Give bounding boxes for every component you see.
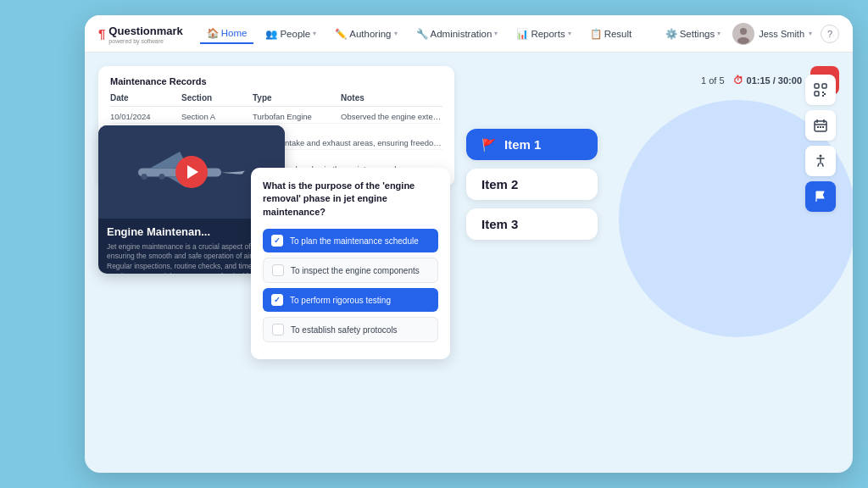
row1-date: 10/01/2024 xyxy=(110,112,178,121)
logo-mark: ¶ xyxy=(98,26,105,41)
people-chevron: ▾ xyxy=(313,30,316,37)
quiz-option-1[interactable]: To plan the maintenance schedule xyxy=(263,229,438,252)
svg-point-5 xyxy=(159,173,165,179)
help-button[interactable]: ? xyxy=(821,25,839,43)
item-1-label: Item 1 xyxy=(504,137,541,152)
option-1-text: To plan the maintenance schedule xyxy=(290,236,419,246)
col-notes: Notes xyxy=(341,93,442,103)
item-2-label: Item 2 xyxy=(481,177,518,191)
user-menu[interactable]: Jess Smith ▾ xyxy=(732,23,812,45)
nav-people[interactable]: 👥 People ▾ xyxy=(259,25,323,43)
user-chevron: ▾ xyxy=(809,30,812,37)
authoring-icon: ✏️ xyxy=(335,28,347,40)
nav-authoring-label: Authoring xyxy=(349,29,391,39)
play-icon xyxy=(187,165,198,179)
avatar xyxy=(732,23,754,45)
col-date: Date xyxy=(110,93,178,103)
col-section: Section xyxy=(181,93,249,103)
accessibility-button[interactable] xyxy=(805,146,836,176)
item-1[interactable]: 🚩 Item 1 xyxy=(466,129,598,160)
timer-icon: ⏱ xyxy=(733,75,743,86)
nav-home-label: Home xyxy=(221,28,248,38)
nav-authoring[interactable]: ✏️ Authoring ▾ xyxy=(328,25,403,43)
item-2[interactable]: Item 2 xyxy=(466,169,598,200)
nav-settings-label: Settings xyxy=(680,29,715,39)
checkbox-2 xyxy=(272,264,284,276)
quiz-card: What is the purpose of the 'engine remov… xyxy=(251,168,450,359)
home-icon: 🏠 xyxy=(207,27,219,39)
svg-point-17 xyxy=(820,155,822,158)
quiz-option-4[interactable]: To establish safety protocols xyxy=(263,317,438,342)
nav-result-label: Result xyxy=(604,29,632,39)
calendar-button[interactable] xyxy=(805,110,836,141)
right-toolbar xyxy=(802,66,839,459)
settings-chevron: ▾ xyxy=(717,30,721,37)
col-type: Type xyxy=(253,93,337,103)
nav-settings[interactable]: ⚙️ Settings ▾ xyxy=(659,25,728,43)
svg-rect-15 xyxy=(820,126,821,128)
quiz-option-2[interactable]: To inspect the engine components xyxy=(263,258,438,283)
left-panel: Maintenance Records Date Section Type No… xyxy=(98,66,454,459)
nav-reports-label: Reports xyxy=(531,29,565,39)
row1-type: Turbofan Engine xyxy=(253,112,337,121)
svg-rect-7 xyxy=(815,84,819,88)
svg-rect-9 xyxy=(815,92,819,96)
item-1-flag-icon: 🚩 xyxy=(481,138,496,152)
user-name: Jess Smith xyxy=(759,29,804,39)
logo-sub: powered by software xyxy=(108,38,182,44)
reports-icon: 📊 xyxy=(516,28,528,40)
result-icon: 📋 xyxy=(590,28,602,40)
people-icon: 👥 xyxy=(265,28,277,40)
content-area: Maintenance Records Date Section Type No… xyxy=(85,53,853,473)
checkbox-4 xyxy=(272,324,284,336)
authoring-chevron: ▾ xyxy=(394,30,398,37)
reports-chevron: ▾ xyxy=(568,30,571,37)
admin-chevron: ▾ xyxy=(494,30,498,37)
nav-people-label: People xyxy=(280,29,310,39)
svg-point-4 xyxy=(142,173,147,179)
quiz-option-3[interactable]: To perform rigorous testing xyxy=(263,288,438,312)
nav-administration[interactable]: 🔧 Administration ▾ xyxy=(409,25,505,43)
right-panel: 1 of 5 ⏱ 01:15 / 30:00 🚩 Item 1 xyxy=(466,66,839,459)
item-3-label: Item 3 xyxy=(481,217,518,231)
svg-rect-8 xyxy=(822,84,826,88)
navbar: ¶ Questionmark powered by software 🏠 Hom… xyxy=(85,15,853,53)
timer-display: ⏱ 01:15 / 30:00 xyxy=(733,75,802,86)
checkbox-3 xyxy=(271,294,283,306)
nav-administration-label: Administration xyxy=(431,29,492,39)
logo-text: Questionmark xyxy=(108,25,182,37)
svg-rect-14 xyxy=(817,126,819,128)
table-header: Date Section Type Notes xyxy=(110,93,442,107)
table-row: 10/01/2024 Section A Turbofan Engine Obs… xyxy=(110,110,442,124)
admin-icon: 🔧 xyxy=(416,28,428,40)
row1-notes: Observed the engine exterior for evidenc… xyxy=(341,112,442,121)
svg-point-1 xyxy=(740,28,747,35)
svg-point-2 xyxy=(737,37,749,44)
settings-icon: ⚙️ xyxy=(665,28,677,40)
play-button[interactable] xyxy=(175,156,208,188)
logo: ¶ Questionmark powered by software xyxy=(98,23,183,44)
option-3-text: To perform rigorous testing xyxy=(290,296,391,305)
flag-button[interactable] xyxy=(805,181,836,212)
checkbox-1 xyxy=(271,235,283,247)
svg-rect-16 xyxy=(822,126,824,128)
maintenance-title: Maintenance Records xyxy=(110,76,442,86)
nav-reports[interactable]: 📊 Reports ▾ xyxy=(509,25,577,43)
option-2-text: To inspect the engine components xyxy=(291,266,420,275)
items-container: 🚩 Item 1 Item 2 Item 3 xyxy=(466,129,839,240)
option-4-text: To establish safety protocols xyxy=(291,325,398,335)
quiz-question: What is the purpose of the 'engine remov… xyxy=(263,180,438,219)
main-container: ¶ Questionmark powered by software 🏠 Hom… xyxy=(85,15,853,473)
nav-home[interactable]: 🏠 Home xyxy=(200,24,254,44)
timer-value: 01:15 / 30:00 xyxy=(747,75,802,86)
progress-text: 1 of 5 xyxy=(701,75,725,86)
timer-bar: 1 of 5 ⏱ 01:15 / 30:00 xyxy=(466,66,839,95)
nav-result[interactable]: 📋 Result xyxy=(583,25,639,43)
item-3[interactable]: Item 3 xyxy=(466,208,598,240)
scan-button[interactable] xyxy=(805,75,836,105)
row1-section: Section A xyxy=(181,112,249,121)
